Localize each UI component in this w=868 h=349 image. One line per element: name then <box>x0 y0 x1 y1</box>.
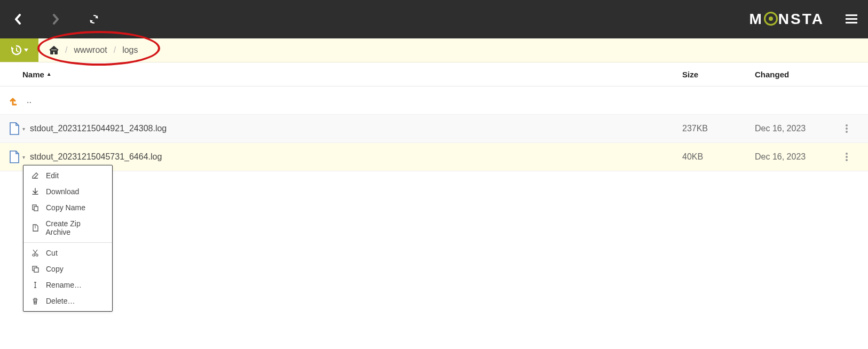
row-menu-button[interactable] <box>846 124 862 133</box>
svg-rect-1 <box>846 18 857 20</box>
copy-icon <box>31 265 40 273</box>
column-header-changed[interactable]: Changed <box>755 70 846 79</box>
menu-button[interactable] <box>846 14 857 24</box>
kebab-icon <box>846 124 848 133</box>
context-menu-label: Create Zip Archive <box>45 219 105 236</box>
parent-directory-label: .. <box>27 96 31 105</box>
file-icon <box>6 122 22 136</box>
column-header-name-label: Name <box>22 70 44 79</box>
context-menu-copy-name[interactable]: Copy Name <box>23 200 112 216</box>
file-table: Name ▲ Size Changed .. ▾ stdout_20231215… <box>0 62 868 171</box>
brand-letter: M <box>749 11 763 28</box>
kebab-icon <box>846 153 848 161</box>
file-icon <box>6 150 22 164</box>
breadcrumb-item-logs[interactable]: logs <box>122 45 138 55</box>
column-header-name[interactable]: Name ▲ <box>22 70 682 79</box>
context-menu-label: Rename… <box>46 281 82 289</box>
home-icon <box>49 46 59 54</box>
file-name[interactable]: stdout_20231215044921_24308.log <box>29 124 682 133</box>
brand-eye-icon <box>764 12 778 26</box>
zip-icon <box>31 224 39 232</box>
brand-logo: M NSTA <box>749 11 824 28</box>
context-menu-label: Edit <box>46 171 59 180</box>
svg-rect-14 <box>34 268 38 272</box>
context-menu: Edit Download Copy Name Create Zip Archi… <box>23 165 113 312</box>
brand-letters: NSTA <box>778 11 824 28</box>
sort-ascending-icon: ▲ <box>46 71 52 77</box>
svg-rect-10 <box>34 207 38 211</box>
row-dropdown-toggle[interactable]: ▾ <box>22 154 29 160</box>
breadcrumb: / wwwroot / logs <box>38 38 138 62</box>
column-header-size[interactable]: Size <box>682 70 755 79</box>
svg-point-8 <box>846 159 848 161</box>
nav-forward-button[interactable] <box>51 14 60 25</box>
table-row[interactable]: ▾ stdout_20231215044921_24308.log 237KB … <box>0 115 868 143</box>
breadcrumb-item-wwwroot[interactable]: wwwroot <box>74 45 107 55</box>
svg-point-5 <box>846 131 848 133</box>
svg-point-11 <box>33 254 35 256</box>
nav-right-group: M NSTA <box>749 11 857 28</box>
row-menu-button[interactable] <box>846 153 862 161</box>
context-menu-download[interactable]: Download <box>23 184 112 200</box>
context-menu-delete[interactable]: Delete… <box>23 293 112 309</box>
context-menu-label: Delete… <box>46 297 75 305</box>
file-size: 237KB <box>682 124 755 133</box>
file-changed: Dec 16, 2023 <box>755 124 846 133</box>
context-menu-rename[interactable]: Rename… <box>23 277 112 293</box>
top-toolbar: M NSTA <box>0 0 868 38</box>
breadcrumb-bar: / wwwroot / logs <box>0 38 868 62</box>
svg-point-12 <box>36 254 38 256</box>
svg-point-6 <box>846 153 848 155</box>
cut-icon <box>31 249 40 257</box>
context-menu-copy[interactable]: Copy <box>23 261 112 277</box>
file-changed: Dec 16, 2023 <box>755 152 846 162</box>
svg-rect-2 <box>846 22 857 23</box>
file-name[interactable]: stdout_20231215045731_6464.log <box>29 152 682 162</box>
breadcrumb-separator: / <box>114 45 116 55</box>
download-icon <box>31 188 40 195</box>
svg-rect-0 <box>846 14 857 16</box>
parent-directory-row[interactable]: .. <box>0 86 868 115</box>
rename-icon <box>31 281 40 289</box>
breadcrumb-separator: / <box>65 45 67 55</box>
table-header: Name ▲ Size Changed <box>0 62 868 86</box>
history-icon <box>10 45 22 55</box>
up-arrow-icon <box>10 95 18 106</box>
context-menu-label: Download <box>46 187 79 196</box>
refresh-button[interactable] <box>89 14 99 25</box>
context-menu-separator <box>23 242 112 243</box>
trash-icon <box>31 297 40 305</box>
context-menu-edit[interactable]: Edit <box>23 168 112 184</box>
breadcrumb-home[interactable] <box>49 46 59 54</box>
svg-point-4 <box>846 128 848 130</box>
edit-icon <box>31 172 40 179</box>
context-menu-label: Copy <box>46 265 64 273</box>
svg-point-3 <box>846 124 848 126</box>
row-dropdown-toggle[interactable]: ▾ <box>22 126 29 132</box>
table-row[interactable]: ▾ stdout_20231215045731_6464.log 40KB De… <box>0 143 868 171</box>
context-menu-cut[interactable]: Cut <box>23 245 112 261</box>
context-menu-create-zip[interactable]: Create Zip Archive <box>23 216 112 240</box>
chevron-down-icon <box>24 49 28 52</box>
nav-left-group <box>14 14 99 25</box>
file-size: 40KB <box>682 152 755 162</box>
svg-point-7 <box>846 156 848 158</box>
history-button[interactable] <box>0 38 38 62</box>
context-menu-label: Copy Name <box>46 203 85 212</box>
context-menu-label: Cut <box>46 249 58 257</box>
nav-back-button[interactable] <box>14 14 22 25</box>
copy-name-icon <box>31 204 40 211</box>
